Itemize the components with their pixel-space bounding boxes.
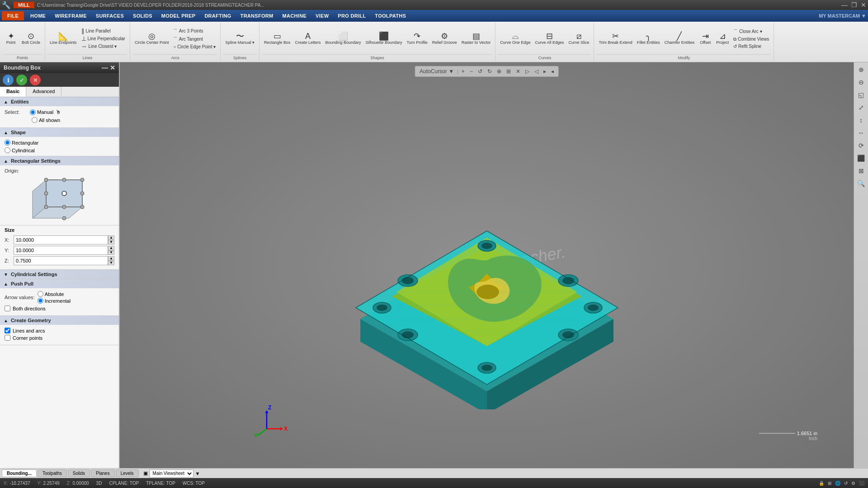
close-btn[interactable]: ✕: [861, 1, 866, 9]
ribbon-btn-arc-3pts[interactable]: ⌒ Arc 3 Points: [171, 28, 217, 35]
status-icon-3[interactable]: 🌐: [835, 481, 840, 486]
size-y-up[interactable]: ▲: [108, 246, 114, 250]
origin-cube-svg[interactable]: [24, 175, 96, 221]
panel-tab-basic[interactable]: Basic: [0, 87, 26, 97]
ribbon-btn-combine-views[interactable]: ⧉ Combine Views: [731, 36, 771, 42]
size-z-input[interactable]: [14, 256, 108, 265]
ribbon-btn-close-arc[interactable]: ⌒ Close Arc ▾: [731, 28, 771, 35]
ribbon-btn-bounding-boundary[interactable]: ⬜ Bounding Boundary: [323, 31, 363, 46]
viewport[interactable]: AutoCursor ▼ | + − ↺ ↻ ⊕ ⊞ ✕ ▷ ◁ ▸ ◂ Str…: [120, 62, 854, 468]
vp-btn-back[interactable]: ◁: [533, 67, 540, 75]
ribbon-btn-circle-edge[interactable]: ○ Circle Edge Point ▾: [171, 44, 217, 50]
ribbon-btn-trim-break[interactable]: ✂ Trim Break Extend: [597, 31, 634, 46]
section-shape-header[interactable]: ▲ Shape: [0, 128, 119, 137]
minimize-btn[interactable]: —: [841, 1, 848, 9]
menu-solids[interactable]: SOLIDS: [128, 11, 157, 20]
cylindrical-radio[interactable]: [5, 147, 10, 153]
size-z-down[interactable]: ▼: [108, 261, 114, 265]
ribbon-btn-offset[interactable]: ⇥ Offset: [697, 31, 713, 46]
ribbon-btn-spline-manual[interactable]: 〜 Spline Manual ▾: [223, 31, 256, 46]
rt-btn-5[interactable]: ↕: [856, 115, 867, 126]
panel-tab-advanced[interactable]: Advanced: [26, 87, 61, 97]
vp-btn-rotate-right[interactable]: ↻: [486, 67, 494, 75]
absolute-radio[interactable]: [38, 291, 43, 297]
rt-btn-8[interactable]: ⬛: [856, 153, 867, 164]
ribbon-btn-curve-slice[interactable]: ⧄ Curve Slice: [566, 31, 591, 46]
corner-points-checkbox[interactable]: [5, 335, 10, 341]
status-icon-6[interactable]: ⬛: [859, 481, 864, 486]
ribbon-btn-line-endpoints[interactable]: 📐 Line Endpoints: [48, 31, 79, 46]
menu-view[interactable]: VIEW: [311, 11, 333, 20]
ribbon-btn-circle-center[interactable]: ◎ Circle Center Point: [133, 31, 171, 46]
manual-radio[interactable]: [30, 109, 36, 115]
ribbon-btn-turn-profile[interactable]: ↷ Turn Profile: [405, 31, 429, 46]
rt-btn-7[interactable]: ⟳: [856, 140, 867, 151]
incremental-radio[interactable]: [38, 298, 43, 304]
size-x-input[interactable]: [14, 235, 108, 244]
menu-machine[interactable]: MACHINE: [278, 11, 311, 20]
menu-toolpaths[interactable]: TOOLPATHS: [370, 11, 410, 20]
rt-btn-6[interactable]: ↔: [856, 127, 867, 138]
rt-btn-10[interactable]: 🔍: [856, 178, 867, 189]
ribbon-btn-rectangle[interactable]: ▭ Rectangle Box: [262, 31, 292, 46]
vp-btn-zoom-out[interactable]: −: [468, 67, 475, 75]
menu-wireframe[interactable]: WIREFRAME: [50, 11, 91, 20]
ribbon-btn-line-perpendicular[interactable]: ⊥ Line Perpendicular: [80, 35, 127, 42]
panel-icon-cancel[interactable]: ✕: [30, 75, 41, 85]
bottom-tab-levels[interactable]: Levels: [116, 469, 139, 477]
panel-icon-info[interactable]: ℹ: [3, 75, 14, 85]
ribbon-btn-line-closest[interactable]: ↔ Line Closest ▾: [80, 43, 127, 50]
ribbon-btn-chamfer[interactable]: ╱ Chamfer Entities: [663, 31, 697, 46]
rt-btn-4[interactable]: ⤢: [856, 102, 867, 113]
bottom-tab-bounding[interactable]: Bounding...: [2, 469, 37, 477]
ribbon-btn-arc-tangent[interactable]: ⌒ Arc Tangent: [171, 36, 217, 43]
ribbon-btn-refit-spline[interactable]: ↺ Refit Spline: [731, 43, 771, 49]
rectangular-radio[interactable]: [5, 140, 10, 145]
rt-btn-1[interactable]: ⊕: [856, 64, 867, 75]
vp-btn-center[interactable]: ⊕: [495, 67, 503, 75]
vp-btn-grid[interactable]: ⊞: [505, 67, 513, 75]
ribbon-btn-line-parallel[interactable]: ∥ Line Parallel: [80, 28, 127, 34]
status-icon-1[interactable]: 🔒: [819, 481, 824, 486]
bottom-tab-solids[interactable]: Solids: [68, 469, 90, 477]
vp-btn-next[interactable]: ▸: [542, 67, 548, 75]
menu-surfaces[interactable]: SURFACES: [91, 11, 128, 20]
status-icon-4[interactable]: ↺: [844, 481, 848, 486]
size-y-input[interactable]: [14, 246, 108, 255]
all-shown-radio[interactable]: [32, 117, 38, 123]
ribbon-btn-curve-all-edges[interactable]: ⊟ Curve All Edges: [533, 31, 566, 46]
panel-minimize-btn[interactable]: —: [102, 64, 108, 71]
rt-btn-2[interactable]: ⊖: [856, 77, 867, 88]
lines-arcs-checkbox[interactable]: [5, 328, 10, 333]
panel-icon-ok[interactable]: ✓: [16, 75, 27, 85]
ribbon-btn-raster-vector[interactable]: ▤ Raster to Vector: [460, 31, 493, 46]
ribbon-btn-curve-one-edge[interactable]: ⌓ Curve One Edge: [498, 31, 532, 46]
bottom-tab-toolpaths[interactable]: Toolpaths: [38, 469, 67, 477]
bottom-tab-planes[interactable]: Planes: [91, 469, 115, 477]
viewsheet-dropdown[interactable]: Main Viewsheet: [150, 469, 193, 478]
menu-model-prep[interactable]: MODEL PREP: [157, 11, 200, 20]
ribbon-btn-relief-groove[interactable]: ⚙ Relief Groove: [430, 31, 459, 46]
status-icon-2[interactable]: ⊞: [828, 481, 831, 486]
vp-autocursor[interactable]: AutoCursor ▼: [418, 67, 456, 75]
menu-home[interactable]: HOME: [26, 11, 50, 20]
section-cylindrical-settings-header[interactable]: ▼ Cylindrical Settings: [0, 270, 119, 279]
size-x-down[interactable]: ▼: [108, 240, 114, 244]
ribbon-btn-project[interactable]: ⊿ Project: [714, 31, 731, 46]
section-push-pull-header[interactable]: ▲ Push Pull: [0, 279, 119, 288]
ribbon-btn-silhouette[interactable]: ⬛ Silhouette Boundary: [364, 31, 404, 46]
menu-drafting[interactable]: DRAFTING: [200, 11, 236, 20]
viewsheet-arrow[interactable]: ▼: [195, 471, 200, 476]
mastercam-label[interactable]: MY MASTERCAM ▼: [819, 13, 866, 19]
both-directions-checkbox[interactable]: [5, 305, 10, 311]
section-create-geometry-header[interactable]: ▲ Create Geometry: [0, 316, 119, 325]
ribbon-btn-point[interactable]: ✦ Point: [3, 31, 19, 46]
ribbon-btn-create-letters[interactable]: A Create Letters: [293, 31, 322, 46]
panel-close-btn[interactable]: ✕: [110, 64, 115, 71]
rt-btn-9[interactable]: ⊠: [856, 165, 867, 176]
ribbon-btn-fillet[interactable]: ╮ Fillet Entities: [635, 31, 662, 46]
menu-pro-drill[interactable]: PRO DRILL: [333, 11, 370, 20]
section-rect-settings-header[interactable]: ▲ Rectangular Settings: [0, 156, 119, 165]
size-x-up[interactable]: ▲: [108, 235, 114, 240]
vp-btn-forward[interactable]: ▷: [524, 67, 531, 75]
